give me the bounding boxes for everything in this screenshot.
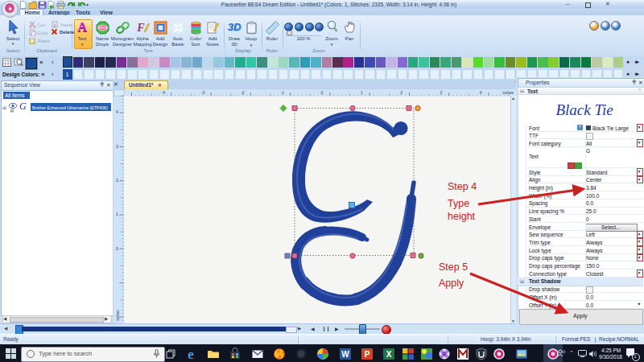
svg-text:X: X <box>386 350 392 359</box>
svg-text:2: 2 <box>400 90 402 95</box>
svg-text:Name: Name <box>97 26 108 30</box>
svg-text:4: 4 <box>480 90 482 95</box>
svg-text:F: F <box>136 22 145 34</box>
svg-text:-2: -2 <box>241 90 245 95</box>
svg-text:-3: -3 <box>201 90 205 95</box>
svg-text:0: 0 <box>321 90 324 95</box>
svg-text:-1: -1 <box>280 90 284 95</box>
svg-text:3: 3 <box>116 144 118 149</box>
svg-text:inches: inches <box>502 91 514 95</box>
svg-text:4: 4 <box>116 109 118 114</box>
svg-text:2: 2 <box>116 178 118 183</box>
svg-text:e: e <box>188 348 194 360</box>
svg-text:W: W <box>341 350 349 359</box>
svg-text:P: P <box>365 350 370 359</box>
svg-text:-4: -4 <box>162 90 166 95</box>
svg-text:3: 3 <box>440 90 443 95</box>
svg-text:1: 1 <box>116 212 118 216</box>
svg-text:0: 0 <box>116 246 118 251</box>
svg-text:1: 1 <box>361 90 363 95</box>
svg-text:inches: inches <box>116 310 120 321</box>
